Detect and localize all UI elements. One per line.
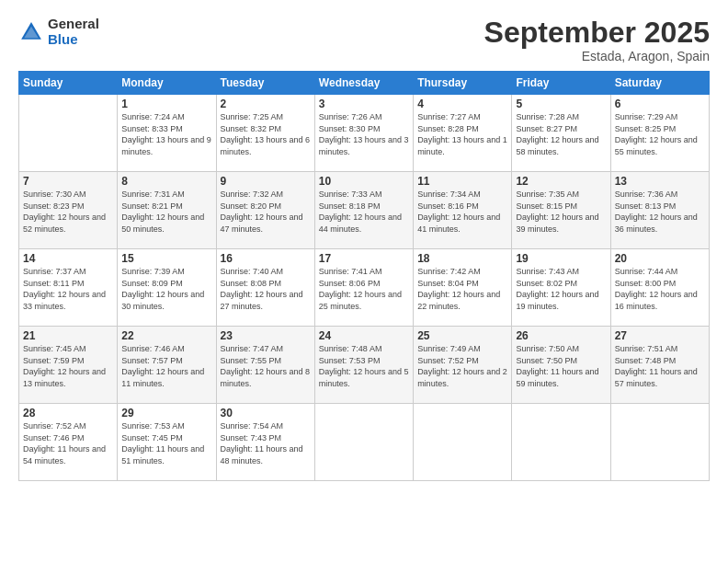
logo-blue: Blue [48, 32, 99, 48]
calendar-cell: 29Sunrise: 7:53 AMSunset: 7:45 PMDayligh… [118, 404, 216, 481]
sunset-text: Sunset: 8:08 PM [221, 279, 282, 288]
day-detail: Sunrise: 7:39 AMSunset: 8:09 PMDaylight:… [121, 266, 211, 312]
calendar-cell: 30Sunrise: 7:54 AMSunset: 7:43 PMDayligh… [216, 404, 314, 481]
daylight-text: Daylight: 13 hours and 3 minutes. [319, 135, 409, 156]
calendar-cell: 26Sunrise: 7:50 AMSunset: 7:50 PMDayligh… [512, 327, 610, 404]
logo-general: General [48, 17, 99, 32]
day-number: 21 [23, 329, 113, 342]
sunset-text: Sunset: 7:46 PM [23, 433, 85, 442]
logo-text: General Blue [48, 17, 99, 47]
day-detail: Sunrise: 7:27 AMSunset: 8:28 PMDaylight:… [417, 111, 507, 157]
logo-icon [18, 19, 44, 45]
sunrise-text: Sunrise: 7:48 AM [319, 344, 382, 353]
day-number: 2 [221, 98, 311, 110]
day-number: 18 [417, 252, 507, 265]
calendar-week-row: 1Sunrise: 7:24 AMSunset: 8:33 PMDaylight… [19, 95, 710, 172]
sunset-text: Sunset: 7:45 PM [121, 433, 183, 442]
day-number: 30 [221, 407, 311, 419]
sunset-text: Sunset: 8:28 PM [417, 124, 479, 133]
sunset-text: Sunset: 8:15 PM [516, 201, 577, 211]
daylight-text: Daylight: 12 hours and 16 minutes. [615, 290, 698, 311]
calendar-cell: 15Sunrise: 7:39 AMSunset: 8:09 PMDayligh… [118, 249, 216, 327]
daylight-text: Daylight: 11 hours and 48 minutes. [221, 444, 303, 465]
calendar-cell: 10Sunrise: 7:33 AMSunset: 8:18 PMDayligh… [314, 172, 413, 249]
day-detail: Sunrise: 7:52 AMSunset: 7:46 PMDaylight:… [23, 420, 113, 466]
sunrise-text: Sunrise: 7:40 AM [221, 267, 284, 276]
sunrise-text: Sunrise: 7:46 AM [121, 344, 185, 353]
sunrise-text: Sunrise: 7:26 AM [319, 112, 382, 121]
page: General Blue September 2025 Estada, Arag… [0, 0, 728, 563]
sunrise-text: Sunrise: 7:36 AM [615, 190, 678, 199]
day-detail: Sunrise: 7:26 AMSunset: 8:30 PMDaylight:… [319, 111, 409, 157]
day-detail: Sunrise: 7:45 AMSunset: 7:59 PMDaylight:… [23, 343, 113, 389]
logo: General Blue [18, 17, 99, 47]
calendar-cell: 13Sunrise: 7:36 AMSunset: 8:13 PMDayligh… [610, 172, 709, 249]
calendar-table: Sunday Monday Tuesday Wednesday Thursday… [18, 71, 710, 481]
sunrise-text: Sunrise: 7:35 AM [516, 190, 579, 199]
calendar-cell [19, 95, 118, 172]
day-number: 19 [516, 252, 606, 265]
calendar-week-row: 28Sunrise: 7:52 AMSunset: 7:46 PMDayligh… [19, 404, 710, 481]
sunrise-text: Sunrise: 7:43 AM [516, 267, 579, 276]
sunrise-text: Sunrise: 7:37 AM [23, 267, 86, 276]
day-number: 16 [221, 252, 311, 265]
calendar-cell [414, 404, 512, 481]
day-detail: Sunrise: 7:50 AMSunset: 7:50 PMDaylight:… [516, 343, 606, 389]
calendar-cell [610, 404, 709, 481]
sunrise-text: Sunrise: 7:44 AM [615, 267, 678, 276]
day-number: 20 [615, 252, 705, 265]
day-number: 11 [417, 175, 507, 188]
day-detail: Sunrise: 7:36 AMSunset: 8:13 PMDaylight:… [615, 189, 705, 235]
day-number: 28 [23, 407, 113, 419]
sunrise-text: Sunrise: 7:53 AM [121, 421, 185, 431]
col-wednesday: Wednesday [314, 72, 413, 95]
calendar-cell: 24Sunrise: 7:48 AMSunset: 7:53 PMDayligh… [314, 327, 413, 404]
sunset-text: Sunset: 8:25 PM [615, 124, 677, 133]
day-number: 6 [615, 98, 705, 110]
daylight-text: Daylight: 12 hours and 50 minutes. [121, 213, 204, 234]
daylight-text: Daylight: 12 hours and 58 minutes. [516, 135, 598, 156]
sunset-text: Sunset: 8:32 PM [221, 124, 282, 133]
sunset-text: Sunset: 8:23 PM [23, 201, 85, 211]
col-monday: Monday [118, 72, 216, 95]
day-detail: Sunrise: 7:37 AMSunset: 8:11 PMDaylight:… [23, 266, 113, 312]
sunset-text: Sunset: 8:18 PM [319, 201, 381, 211]
day-detail: Sunrise: 7:40 AMSunset: 8:08 PMDaylight:… [221, 266, 311, 312]
calendar-cell: 23Sunrise: 7:47 AMSunset: 7:55 PMDayligh… [216, 327, 314, 404]
daylight-text: Daylight: 12 hours and 39 minutes. [516, 213, 598, 234]
header: General Blue September 2025 Estada, Arag… [18, 17, 710, 63]
sunset-text: Sunset: 8:11 PM [23, 279, 85, 288]
day-detail: Sunrise: 7:49 AMSunset: 7:52 PMDaylight:… [417, 343, 507, 389]
calendar-cell [314, 404, 413, 481]
daylight-text: Daylight: 12 hours and 25 minutes. [319, 290, 402, 311]
sunset-text: Sunset: 8:00 PM [615, 279, 677, 288]
calendar-cell: 28Sunrise: 7:52 AMSunset: 7:46 PMDayligh… [19, 404, 118, 481]
calendar-cell: 11Sunrise: 7:34 AMSunset: 8:16 PMDayligh… [414, 172, 512, 249]
sunset-text: Sunset: 8:30 PM [319, 124, 381, 133]
daylight-text: Daylight: 11 hours and 51 minutes. [121, 444, 204, 465]
day-number: 27 [615, 329, 705, 342]
day-number: 4 [417, 98, 507, 110]
calendar-cell: 16Sunrise: 7:40 AMSunset: 8:08 PMDayligh… [216, 249, 314, 327]
calendar-week-row: 14Sunrise: 7:37 AMSunset: 8:11 PMDayligh… [19, 249, 710, 327]
sunset-text: Sunset: 8:13 PM [615, 201, 677, 211]
daylight-text: Daylight: 11 hours and 57 minutes. [615, 367, 698, 388]
sunrise-text: Sunrise: 7:32 AM [221, 190, 284, 199]
calendar-cell: 14Sunrise: 7:37 AMSunset: 8:11 PMDayligh… [19, 249, 118, 327]
calendar-cell: 19Sunrise: 7:43 AMSunset: 8:02 PMDayligh… [512, 249, 610, 327]
day-number: 12 [516, 175, 606, 188]
daylight-text: Daylight: 12 hours and 19 minutes. [516, 290, 598, 311]
daylight-text: Daylight: 12 hours and 27 minutes. [221, 290, 303, 311]
sunset-text: Sunset: 7:43 PM [221, 433, 282, 442]
daylight-text: Daylight: 13 hours and 6 minutes. [221, 135, 311, 156]
daylight-text: Daylight: 12 hours and 8 minutes. [221, 367, 311, 388]
day-detail: Sunrise: 7:24 AMSunset: 8:33 PMDaylight:… [121, 111, 211, 157]
daylight-text: Daylight: 11 hours and 54 minutes. [23, 444, 106, 465]
sunset-text: Sunset: 8:33 PM [121, 124, 183, 133]
calendar-cell: 18Sunrise: 7:42 AMSunset: 8:04 PMDayligh… [414, 249, 512, 327]
sunrise-text: Sunrise: 7:54 AM [221, 421, 284, 431]
calendar-cell: 21Sunrise: 7:45 AMSunset: 7:59 PMDayligh… [19, 327, 118, 404]
sunset-text: Sunset: 7:53 PM [319, 356, 381, 365]
calendar-cell: 3Sunrise: 7:26 AMSunset: 8:30 PMDaylight… [314, 95, 413, 172]
day-number: 7 [23, 175, 113, 188]
